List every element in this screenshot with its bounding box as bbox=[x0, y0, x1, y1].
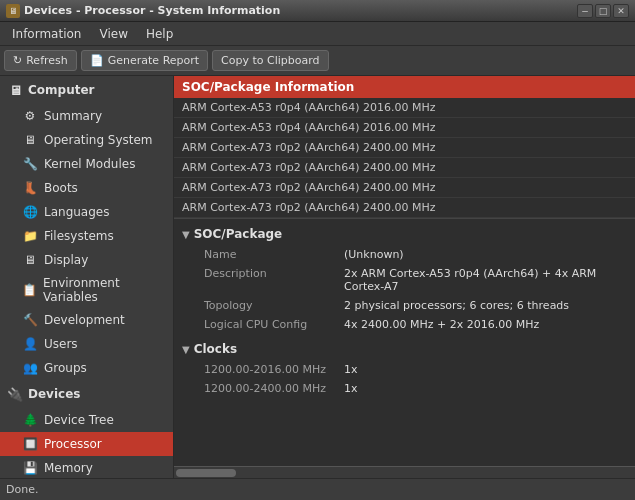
sidebar-label-languages: Languages bbox=[44, 205, 109, 219]
proc-item-1[interactable]: ARM Cortex-A53 r0p4 (AArch64) 2016.00 MH… bbox=[174, 118, 635, 138]
proc-item-3[interactable]: ARM Cortex-A73 r0p2 (AArch64) 2400.00 MH… bbox=[174, 158, 635, 178]
sidebar-item-processor[interactable]: 🔲 Processor bbox=[0, 432, 173, 456]
sidebar-item-filesystems[interactable]: 📁 Filesystems bbox=[0, 224, 173, 248]
sidebar-label-processor: Processor bbox=[44, 437, 102, 451]
details-pane: ▼ SOC/Package Name (Unknown) Description… bbox=[174, 219, 635, 466]
detail-row-name: Name (Unknown) bbox=[174, 245, 635, 264]
detail-section-clocks: ▼ Clocks 1200.00-2016.00 MHz 1x 1200.00-… bbox=[174, 338, 635, 398]
refresh-label: Refresh bbox=[26, 54, 68, 67]
sidebar-item-memory[interactable]: 💾 Memory bbox=[0, 456, 173, 478]
menu-help[interactable]: Help bbox=[138, 24, 181, 44]
sidebar-label-summary: Summary bbox=[44, 109, 102, 123]
sidebar-section-devices[interactable]: 🔌 Devices bbox=[0, 380, 173, 408]
sidebar-item-display[interactable]: 🖥 Display bbox=[0, 248, 173, 272]
clocks-header-label: Clocks bbox=[194, 342, 237, 356]
display-icon: 🖥 bbox=[22, 252, 38, 268]
soc-header-label: SOC/Package bbox=[194, 227, 283, 241]
horizontal-scrollbar[interactable] bbox=[174, 466, 635, 478]
users-icon: 👤 bbox=[22, 336, 38, 352]
os-icon: 🖥 bbox=[22, 132, 38, 148]
menubar: Information View Help bbox=[0, 22, 635, 46]
sidebar-label-env: Environment Variables bbox=[43, 276, 167, 304]
detail-row-clock-0: 1200.00-2016.00 MHz 1x bbox=[174, 360, 635, 379]
sidebar-item-env-vars[interactable]: 📋 Environment Variables bbox=[0, 272, 173, 308]
languages-icon: 🌐 bbox=[22, 204, 38, 220]
detail-row-clock-1: 1200.00-2400.00 MHz 1x bbox=[174, 379, 635, 398]
detail-section-soc: ▼ SOC/Package Name (Unknown) Description… bbox=[174, 223, 635, 334]
sidebar-section-computer[interactable]: 🖥 Computer bbox=[0, 76, 173, 104]
generate-report-button[interactable]: 📄 Generate Report bbox=[81, 50, 208, 71]
detail-val-logical-cpu: 4x 2400.00 MHz + 2x 2016.00 MHz bbox=[344, 318, 539, 331]
generate-label: Generate Report bbox=[108, 54, 199, 67]
sidebar-label-dev: Development bbox=[44, 313, 125, 327]
close-button[interactable]: ✕ bbox=[613, 4, 629, 18]
proc-item-4[interactable]: ARM Cortex-A73 r0p2 (AArch64) 2400.00 MH… bbox=[174, 178, 635, 198]
menu-view[interactable]: View bbox=[91, 24, 135, 44]
detail-key-name: Name bbox=[204, 248, 344, 261]
detail-key-description: Description bbox=[204, 267, 344, 293]
boots-icon: 👢 bbox=[22, 180, 38, 196]
devices-icon: 🔌 bbox=[6, 385, 24, 403]
detail-row-topology: Topology 2 physical processors; 6 cores;… bbox=[174, 296, 635, 315]
filesystems-icon: 📁 bbox=[22, 228, 38, 244]
device-tree-icon: 🌲 bbox=[22, 412, 38, 428]
detail-key-topology: Topology bbox=[204, 299, 344, 312]
sidebar-item-groups[interactable]: 👥 Groups bbox=[0, 356, 173, 380]
sidebar-label-boots: Boots bbox=[44, 181, 78, 195]
sidebar-label-users: Users bbox=[44, 337, 78, 351]
sidebar-label-device-tree: Device Tree bbox=[44, 413, 114, 427]
window-controls[interactable]: − □ ✕ bbox=[577, 4, 629, 18]
proc-item-5[interactable]: ARM Cortex-A73 r0p2 (AArch64) 2400.00 MH… bbox=[174, 198, 635, 218]
memory-icon: 💾 bbox=[22, 460, 38, 476]
detail-key-clock-0: 1200.00-2016.00 MHz bbox=[204, 363, 344, 376]
statusbar: Done. bbox=[0, 478, 635, 500]
clocks-section-header[interactable]: ▼ Clocks bbox=[174, 338, 635, 360]
menu-information[interactable]: Information bbox=[4, 24, 89, 44]
status-text: Done. bbox=[6, 483, 38, 496]
sidebar-item-boots[interactable]: 👢 Boots bbox=[0, 176, 173, 200]
env-icon: 📋 bbox=[22, 282, 37, 298]
processor-list: SOC/Package Information ARM Cortex-A53 r… bbox=[174, 76, 635, 219]
soc-triangle-icon: ▼ bbox=[182, 229, 190, 240]
detail-row-description: Description 2x ARM Cortex-A53 r0p4 (AArc… bbox=[174, 264, 635, 296]
titlebar: 🖥 Devices - Processor - System Informati… bbox=[0, 0, 635, 22]
sidebar-item-device-tree[interactable]: 🌲 Device Tree bbox=[0, 408, 173, 432]
soc-section-header[interactable]: ▼ SOC/Package bbox=[174, 223, 635, 245]
refresh-button[interactable]: ↻ Refresh bbox=[4, 50, 77, 71]
kernel-icon: 🔧 bbox=[22, 156, 38, 172]
sidebar-label-memory: Memory bbox=[44, 461, 93, 475]
groups-icon: 👥 bbox=[22, 360, 38, 376]
copy-clipboard-button[interactable]: Copy to Clipboard bbox=[212, 50, 328, 71]
computer-label: Computer bbox=[28, 83, 94, 97]
proc-item-2[interactable]: ARM Cortex-A73 r0p2 (AArch64) 2400.00 MH… bbox=[174, 138, 635, 158]
sidebar-item-users[interactable]: 👤 Users bbox=[0, 332, 173, 356]
summary-icon: ⚙ bbox=[22, 108, 38, 124]
sidebar-item-languages[interactable]: 🌐 Languages bbox=[0, 200, 173, 224]
detail-val-clock-0: 1x bbox=[344, 363, 358, 376]
dev-icon: 🔨 bbox=[22, 312, 38, 328]
refresh-icon: ↻ bbox=[13, 54, 22, 67]
detail-key-clock-1: 1200.00-2400.00 MHz bbox=[204, 382, 344, 395]
scrollbar-thumb[interactable] bbox=[176, 469, 236, 477]
proc-list-header: SOC/Package Information bbox=[174, 76, 635, 98]
sidebar-label-groups: Groups bbox=[44, 361, 87, 375]
sidebar-item-kernel-modules[interactable]: 🔧 Kernel Modules bbox=[0, 152, 173, 176]
detail-val-clock-1: 1x bbox=[344, 382, 358, 395]
sidebar-item-summary[interactable]: ⚙ Summary bbox=[0, 104, 173, 128]
detail-row-logical-cpu: Logical CPU Config 4x 2400.00 MHz + 2x 2… bbox=[174, 315, 635, 334]
proc-item-0[interactable]: ARM Cortex-A53 r0p4 (AArch64) 2016.00 MH… bbox=[174, 98, 635, 118]
maximize-button[interactable]: □ bbox=[595, 4, 611, 18]
detail-val-description: 2x ARM Cortex-A53 r0p4 (AArch64) + 4x AR… bbox=[344, 267, 627, 293]
computer-icon: 🖥 bbox=[6, 81, 24, 99]
minimize-button[interactable]: − bbox=[577, 4, 593, 18]
clocks-triangle-icon: ▼ bbox=[182, 344, 190, 355]
sidebar-label-display: Display bbox=[44, 253, 88, 267]
processor-icon: 🔲 bbox=[22, 436, 38, 452]
sidebar-item-development[interactable]: 🔨 Development bbox=[0, 308, 173, 332]
devices-label: Devices bbox=[28, 387, 80, 401]
titlebar-left: 🖥 Devices - Processor - System Informati… bbox=[6, 4, 280, 18]
main-layout: 🖥 Computer ⚙ Summary 🖥 Operating System … bbox=[0, 76, 635, 478]
detail-val-name: (Unknown) bbox=[344, 248, 404, 261]
sidebar-item-operating-system[interactable]: 🖥 Operating System bbox=[0, 128, 173, 152]
detail-val-topology: 2 physical processors; 6 cores; 6 thread… bbox=[344, 299, 569, 312]
